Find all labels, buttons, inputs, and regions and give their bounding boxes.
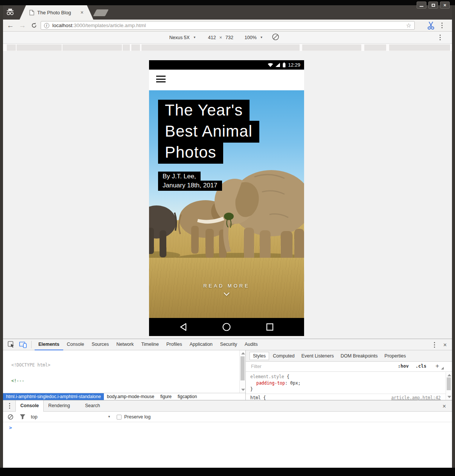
devtools-tab-profiles[interactable]: Profiles	[163, 339, 186, 350]
media-query-segment[interactable]	[389, 44, 450, 51]
media-query-segment[interactable]	[7, 44, 16, 51]
new-tab-button[interactable]	[93, 9, 109, 16]
devtools-tab-audits[interactable]: Audits	[241, 339, 262, 350]
drawer-menu-icon[interactable]	[9, 403, 10, 409]
preserve-log-label[interactable]: Preserve log	[124, 414, 151, 420]
devtools-menu-icon[interactable]	[434, 342, 435, 348]
device-select[interactable]: Nexus 5X	[169, 35, 190, 40]
tab-close-button[interactable]: ×	[81, 10, 84, 15]
address-bar[interactable]: i localhost:3000/templates/article.amp.h…	[41, 21, 415, 30]
scissors-extension-icon[interactable]	[427, 21, 435, 32]
styles-filter-input[interactable]: Filter	[251, 364, 262, 369]
execution-context-select[interactable]: top	[31, 414, 37, 420]
media-query-segment[interactable]	[142, 44, 300, 51]
page-info-icon[interactable]: i	[44, 23, 49, 28]
scroll-up-arrow[interactable]	[447, 374, 451, 376]
android-overview-button[interactable]	[266, 322, 274, 332]
sidebar-tab-event-listeners[interactable]: Event Listeners	[298, 352, 337, 360]
viewport-height-field[interactable]: 732	[225, 35, 233, 40]
browser-tab[interactable]: The Photo Blog ×	[20, 5, 93, 20]
drawer-tab-search[interactable]: Search	[81, 400, 105, 412]
media-query-segment[interactable]	[123, 44, 130, 51]
rule-divider	[246, 394, 452, 394]
drawer-close-button[interactable]: ×	[443, 403, 446, 410]
scrollbar-thumb[interactable]	[240, 356, 245, 380]
window-border-bottom	[0, 468, 455, 476]
preserve-log-checkbox[interactable]	[117, 415, 122, 420]
scrollbar-thumb[interactable]	[447, 377, 451, 390]
css-value[interactable]: 0px	[290, 380, 298, 386]
zoom-select[interactable]: 100%	[245, 35, 257, 40]
reload-button[interactable]	[31, 22, 37, 30]
maximize-button[interactable]	[428, 2, 438, 9]
forward-button[interactable]: →	[19, 21, 26, 30]
new-style-rule-button[interactable]: +	[435, 362, 439, 370]
sidebar-tab-styles[interactable]: Styles	[250, 352, 269, 360]
inspect-element-icon[interactable]	[8, 341, 15, 348]
menu-icon[interactable]	[156, 76, 166, 84]
pseudo-state-toggle[interactable]: :hov	[398, 363, 409, 369]
devtools-close-button[interactable]: ×	[443, 342, 447, 348]
dom-doctype-line[interactable]: <!DOCTYPE html>	[11, 363, 239, 368]
console-prompt-chevron[interactable]: >	[9, 425, 12, 430]
style-rules[interactable]: element.style { padding-top: 0px; } html…	[246, 372, 452, 401]
media-query-segment[interactable]	[131, 44, 140, 51]
back-button[interactable]: ←	[7, 21, 14, 30]
minimize-button[interactable]	[417, 2, 426, 9]
context-select-caret-icon[interactable]: ▼	[108, 415, 111, 418]
device-toolbar-menu-icon[interactable]	[440, 35, 441, 40]
rotate-viewport-icon[interactable]	[272, 33, 279, 42]
android-back-button[interactable]	[179, 322, 187, 332]
devtools-tab-application[interactable]: Application	[186, 339, 216, 350]
css-property[interactable]: padding-top	[256, 380, 285, 386]
devtools-tab-timeline[interactable]: Timeline	[137, 339, 163, 350]
css-declaration[interactable]: padding-top: 0px;	[250, 380, 452, 386]
media-query-segment[interactable]	[302, 44, 361, 51]
devtools-tab-network[interactable]: Network	[113, 339, 137, 350]
rule-selector[interactable]: element.style	[250, 374, 284, 379]
sidebar-tab-computed[interactable]: Computed	[270, 352, 298, 360]
elements-panel-scrollbar[interactable]	[239, 350, 245, 393]
scroll-up-arrow[interactable]	[241, 352, 245, 354]
element-class-toggle[interactable]: .cls	[415, 363, 426, 369]
sidebar-tab-properties[interactable]: Properties	[382, 352, 409, 360]
dom-comment-line[interactable]: <!---	[11, 379, 239, 384]
sidebar-tab-dom-breakpoints[interactable]: DOM Breakpoints	[338, 352, 381, 360]
filter-icon[interactable]	[20, 414, 26, 421]
browser-menu-icon[interactable]	[441, 23, 443, 28]
breadcrumb-body[interactable]: body.amp-mode-mouse	[104, 393, 157, 400]
console-messages-area[interactable]: >	[3, 422, 452, 468]
breadcrumb-figure[interactable]: figure	[157, 393, 175, 400]
bookmark-star-icon[interactable]: ☆	[406, 22, 411, 29]
devtools-tab-elements[interactable]: Elements	[35, 339, 63, 350]
android-home-button[interactable]	[222, 322, 231, 332]
viewport-width-field[interactable]: 412	[208, 35, 216, 40]
close-window-button[interactable]: ×	[440, 2, 450, 9]
drawer-tab-console[interactable]: Console	[15, 400, 44, 412]
android-status-bar: 12:29	[149, 60, 304, 70]
media-query-segment[interactable]	[62, 44, 122, 51]
media-query-segment[interactable]	[17, 44, 62, 51]
scroll-down-arrow[interactable]	[241, 389, 245, 391]
devtools-tab-security[interactable]: Security	[216, 339, 241, 350]
media-query-bar	[3, 44, 452, 52]
media-query-segment[interactable]	[364, 44, 386, 51]
inline-style-rule[interactable]: element.style {	[250, 374, 452, 380]
device-toolbar: Nexus 5X ▼ 412 × 732 100% ▼	[3, 32, 452, 44]
elements-panel[interactable]: <!DOCTYPE html> <!--- Copyright 2017 The…	[3, 350, 239, 393]
toggle-device-toolbar-icon[interactable]	[19, 341, 27, 348]
android-nav-bar	[149, 318, 304, 336]
devtools-tab-sources[interactable]: Sources	[88, 339, 113, 350]
scroll-down-arrow[interactable]	[447, 396, 451, 398]
clear-console-icon[interactable]	[8, 414, 14, 421]
dom-tree[interactable]: <!DOCTYPE html> <!--- Copyright 2017 The…	[3, 350, 239, 393]
styles-panel-scrollbar[interactable]	[446, 372, 452, 400]
drawer-tab-rendering[interactable]: Rendering	[44, 400, 75, 412]
breadcrumb-html[interactable]: html.i-amphtml-singledoc.i-amphtml-stand…	[3, 393, 104, 400]
rule-selector[interactable]: html {	[250, 395, 266, 400]
read-more-link[interactable]: READ MORE	[149, 283, 304, 289]
breadcrumb-figcaption[interactable]: figcaption	[175, 393, 200, 400]
device-select-caret-icon[interactable]: ▼	[193, 36, 196, 39]
devtools-tab-console[interactable]: Console	[63, 339, 88, 350]
zoom-select-caret-icon[interactable]: ▼	[260, 36, 263, 39]
